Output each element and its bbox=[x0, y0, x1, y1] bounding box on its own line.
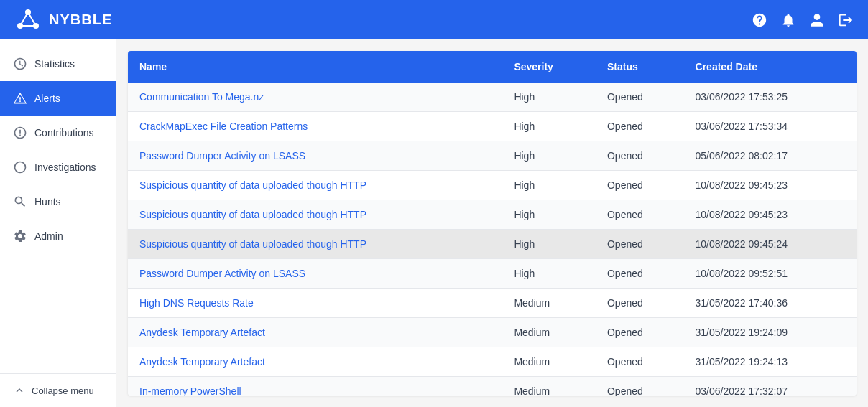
cell-name[interactable]: Suspicious quantity of data uploaded tho… bbox=[128, 230, 502, 259]
table-row[interactable]: Suspicious quantity of data uploaded tho… bbox=[128, 200, 857, 230]
hunts-icon bbox=[13, 195, 27, 209]
sidebar-nav: Statistics Alerts Contributions Investig… bbox=[0, 39, 116, 373]
cell-created: 10/08/2022 09:45:23 bbox=[684, 171, 857, 200]
cell-name[interactable]: Password Dumper Activity on LSASS bbox=[128, 259, 502, 289]
collapse-icon bbox=[13, 384, 26, 397]
table-row[interactable]: In-memory PowerShell Medium Opened 03/06… bbox=[128, 377, 857, 396]
bell-icon[interactable] bbox=[780, 12, 796, 28]
sidebar-item-hunts[interactable]: Hunts bbox=[0, 184, 116, 219]
cell-severity: High bbox=[502, 141, 596, 171]
logo: NYBBLE bbox=[14, 6, 112, 34]
svg-point-6 bbox=[15, 162, 26, 173]
cell-name[interactable]: Communication To Mega.nz bbox=[128, 83, 502, 112]
cell-status: Opened bbox=[596, 83, 684, 112]
cell-name[interactable]: In-memory PowerShell bbox=[128, 377, 502, 396]
sidebar-item-investigations[interactable]: Investigations bbox=[0, 150, 116, 184]
alert-icon bbox=[13, 91, 27, 106]
table-scroll[interactable]: Name Severity Status Created Date Commun… bbox=[128, 51, 857, 396]
sidebar-item-label: Alerts bbox=[34, 93, 60, 104]
sidebar-item-label: Contributions bbox=[34, 127, 94, 139]
header: NYBBLE bbox=[0, 0, 868, 39]
cell-created: 10/08/2022 09:52:51 bbox=[684, 259, 857, 289]
cell-name[interactable]: Suspicious quantity of data uploaded tho… bbox=[128, 171, 502, 200]
table-row[interactable]: CrackMapExec File Creation Patterns High… bbox=[128, 112, 857, 141]
cell-status: Opened bbox=[596, 289, 684, 318]
cell-severity: High bbox=[502, 200, 596, 230]
cell-name[interactable]: Suspicious quantity of data uploaded tho… bbox=[128, 200, 502, 230]
table-row[interactable]: Suspicious quantity of data uploaded tho… bbox=[128, 171, 857, 200]
cell-created: 05/06/2022 08:02:17 bbox=[684, 141, 857, 171]
sidebar-item-label: Investigations bbox=[34, 162, 96, 173]
table-header: Name Severity Status Created Date bbox=[128, 51, 857, 83]
cell-created: 31/05/2022 19:24:09 bbox=[684, 318, 857, 347]
cell-severity: High bbox=[502, 83, 596, 112]
main-content: Name Severity Status Created Date Commun… bbox=[116, 39, 868, 407]
col-status: Status bbox=[596, 51, 684, 83]
cell-severity: High bbox=[502, 112, 596, 141]
cell-created: 31/05/2022 17:40:36 bbox=[684, 289, 857, 318]
svg-line-3 bbox=[20, 12, 28, 26]
sidebar-item-statistics[interactable]: Statistics bbox=[0, 47, 116, 81]
cell-severity: Medium bbox=[502, 377, 596, 396]
col-severity: Severity bbox=[502, 51, 596, 83]
alerts-table-container: Name Severity Status Created Date Commun… bbox=[128, 51, 857, 396]
cell-created: 10/08/2022 09:45:24 bbox=[684, 230, 857, 259]
table-row[interactable]: Anydesk Temporary Artefact Medium Opened… bbox=[128, 347, 857, 377]
cell-name[interactable]: Anydesk Temporary Artefact bbox=[128, 318, 502, 347]
table-row[interactable]: Suspicious quantity of data uploaded tho… bbox=[128, 230, 857, 259]
header-actions bbox=[752, 12, 854, 28]
cell-created: 03/06/2022 17:53:34 bbox=[684, 112, 857, 141]
col-created: Created Date bbox=[684, 51, 857, 83]
table-body: Communication To Mega.nz High Opened 03/… bbox=[128, 83, 857, 396]
cell-created: 31/05/2022 19:24:13 bbox=[684, 347, 857, 377]
cell-severity: Medium bbox=[502, 318, 596, 347]
cell-name[interactable]: Password Dumper Activity on LSASS bbox=[128, 141, 502, 171]
cell-severity: High bbox=[502, 230, 596, 259]
table-row[interactable]: High DNS Requests Rate Medium Opened 31/… bbox=[128, 289, 857, 318]
cell-status: Opened bbox=[596, 171, 684, 200]
cell-name[interactable]: Anydesk Temporary Artefact bbox=[128, 347, 502, 377]
cell-created: 03/06/2022 17:32:07 bbox=[684, 377, 857, 396]
table-row[interactable]: Communication To Mega.nz High Opened 03/… bbox=[128, 83, 857, 112]
cell-status: Opened bbox=[596, 200, 684, 230]
cell-status: Opened bbox=[596, 230, 684, 259]
gear-icon bbox=[13, 229, 27, 243]
cell-severity: High bbox=[502, 171, 596, 200]
clock-icon bbox=[13, 57, 27, 71]
logout-icon[interactable] bbox=[838, 12, 854, 28]
cell-name[interactable]: High DNS Requests Rate bbox=[128, 289, 502, 318]
logo-icon bbox=[14, 6, 42, 34]
cell-status: Opened bbox=[596, 377, 684, 396]
collapse-menu-button[interactable]: Collapse menu bbox=[0, 373, 116, 407]
sidebar-item-contributions[interactable]: Contributions bbox=[0, 116, 116, 150]
logo-text: NYBBLE bbox=[49, 11, 112, 28]
cell-name[interactable]: CrackMapExec File Creation Patterns bbox=[128, 112, 502, 141]
table-row[interactable]: Password Dumper Activity on LSASS High O… bbox=[128, 141, 857, 171]
sidebar-item-label: Hunts bbox=[34, 196, 61, 207]
sidebar: Statistics Alerts Contributions Investig… bbox=[0, 39, 116, 407]
cell-created: 03/06/2022 17:53:25 bbox=[684, 83, 857, 112]
help-icon[interactable] bbox=[752, 12, 767, 28]
sidebar-item-label: Statistics bbox=[34, 58, 75, 70]
user-icon[interactable] bbox=[809, 12, 825, 28]
col-name: Name bbox=[128, 51, 502, 83]
cell-severity: High bbox=[502, 259, 596, 289]
alerts-table: Name Severity Status Created Date Commun… bbox=[128, 51, 857, 396]
sidebar-item-label: Admin bbox=[34, 230, 63, 242]
svg-line-4 bbox=[28, 12, 36, 26]
contributions-icon bbox=[13, 126, 27, 140]
cell-created: 10/08/2022 09:45:23 bbox=[684, 200, 857, 230]
cell-status: Opened bbox=[596, 318, 684, 347]
cell-status: Opened bbox=[596, 347, 684, 377]
sidebar-item-admin[interactable]: Admin bbox=[0, 219, 116, 253]
cell-severity: Medium bbox=[502, 347, 596, 377]
circle-icon bbox=[13, 160, 27, 174]
cell-status: Opened bbox=[596, 141, 684, 171]
table-row[interactable]: Anydesk Temporary Artefact Medium Opened… bbox=[128, 318, 857, 347]
collapse-menu-label: Collapse menu bbox=[32, 385, 94, 396]
cell-severity: Medium bbox=[502, 289, 596, 318]
cell-status: Opened bbox=[596, 112, 684, 141]
cell-status: Opened bbox=[596, 259, 684, 289]
sidebar-item-alerts[interactable]: Alerts bbox=[0, 81, 116, 116]
table-row[interactable]: Password Dumper Activity on LSASS High O… bbox=[128, 259, 857, 289]
